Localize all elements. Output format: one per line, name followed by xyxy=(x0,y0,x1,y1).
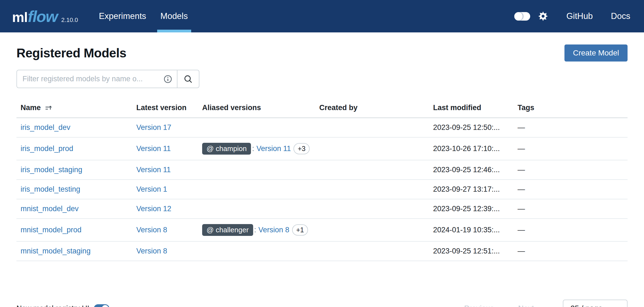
column-header-latest-version: Latest version xyxy=(132,100,198,118)
tags-cell: — xyxy=(513,118,628,137)
latest-version-link[interactable]: Version 11 xyxy=(136,166,171,174)
latest-version-link[interactable]: Version 8 xyxy=(136,247,167,255)
model-filter-input[interactable] xyxy=(22,75,160,83)
previous-page-button[interactable]: ‹ Previous xyxy=(457,304,494,307)
tags-cell: — xyxy=(513,242,628,261)
tab-models-label: Models xyxy=(160,11,188,21)
table-row: iris_model_staging Version 11 2023-09-25… xyxy=(16,160,628,180)
chevron-down-icon xyxy=(614,305,621,307)
search-button[interactable] xyxy=(177,70,199,88)
page-title: Registered Models xyxy=(16,46,126,60)
tags-cell: — xyxy=(513,138,628,160)
toggle-knob xyxy=(102,305,109,307)
gear-icon[interactable] xyxy=(538,11,548,21)
model-name-link[interactable]: iris_model_staging xyxy=(21,166,82,174)
aliased-versions-cell xyxy=(198,199,315,218)
chevron-right-icon: › xyxy=(538,304,541,307)
aliased-versions-cell xyxy=(198,180,315,199)
last-modified-cell: 2023-09-25 12:51:... xyxy=(429,242,513,261)
aliased-versions-cell xyxy=(198,118,315,137)
search-icon xyxy=(183,74,193,84)
info-icon[interactable] xyxy=(163,74,173,84)
column-header-aliased-versions: Aliased versions xyxy=(198,100,315,118)
registry-toggle-wrap: New model registry UI xyxy=(16,304,109,307)
last-modified-cell: 2023-09-25 12:46:... xyxy=(429,160,513,179)
model-name-link[interactable]: mnist_model_prod xyxy=(21,226,81,234)
created-by-cell xyxy=(315,118,429,137)
tab-experiments[interactable]: Experiments xyxy=(92,0,153,32)
table-header: Name Latest version Aliased versions xyxy=(16,100,628,118)
main-content: Registered Models Create Model xyxy=(0,44,644,307)
new-model-registry-toggle[interactable] xyxy=(94,304,109,307)
last-modified-cell: 2023-09-25 12:39:... xyxy=(429,199,513,218)
column-header-last-modified: Last modified xyxy=(429,100,513,118)
column-header-name[interactable]: Name xyxy=(16,100,132,118)
table-row: mnist_model_staging Version 8 2023-09-25… xyxy=(16,242,628,261)
aliased-versions-cell: @ champion : Version 11 +3 xyxy=(198,138,315,160)
previous-label: Previous xyxy=(464,304,494,307)
latest-version-link[interactable]: Version 12 xyxy=(136,205,171,213)
logo-flow-text: flow xyxy=(28,7,57,26)
model-filter-search-group xyxy=(16,70,199,88)
nav-link-github[interactable]: GitHub xyxy=(566,11,593,21)
aliased-versions-cell: @ challenger : Version 8 +1 xyxy=(198,219,315,241)
footer-row: New model registry UI ‹ Previous Next › … xyxy=(16,300,628,307)
alias-colon: : xyxy=(254,226,256,234)
model-name-link[interactable]: mnist_model_dev xyxy=(21,205,79,213)
search-input-wrap xyxy=(17,70,177,88)
create-model-button[interactable]: Create Model xyxy=(564,44,628,62)
table-row: iris_model_prod Version 11 @ champion : … xyxy=(16,138,628,160)
title-row: Registered Models Create Model xyxy=(16,44,628,62)
alias-version-link[interactable]: Version 8 xyxy=(258,226,289,234)
logo-version: 2.10.0 xyxy=(61,16,78,24)
theme-toggle-knob xyxy=(514,12,523,21)
logo-ml-text: ml xyxy=(12,9,27,25)
tags-cell: — xyxy=(513,219,628,241)
tab-models[interactable]: Models xyxy=(153,0,195,32)
created-by-cell xyxy=(315,242,429,261)
alias-version-link[interactable]: Version 11 xyxy=(256,144,291,153)
nav-link-docs[interactable]: Docs xyxy=(611,11,630,21)
mlflow-logo[interactable]: mlflow 2.10.0 xyxy=(12,7,78,26)
search-row xyxy=(16,70,628,88)
model-name-link[interactable]: mnist_model_staging xyxy=(21,247,91,255)
alias-tag[interactable]: @ challenger xyxy=(202,224,253,236)
page-size-select[interactable]: 25 / page xyxy=(563,300,628,307)
latest-version-link[interactable]: Version 17 xyxy=(136,123,171,132)
alias-more-badge[interactable]: +3 xyxy=(293,143,310,154)
next-page-button[interactable]: Next › xyxy=(518,304,541,307)
alias-more-badge[interactable]: +1 xyxy=(292,224,308,236)
theme-toggle[interactable] xyxy=(514,12,530,21)
chevron-left-icon: ‹ xyxy=(457,304,460,307)
model-name-link[interactable]: iris_model_testing xyxy=(21,185,80,194)
created-by-cell xyxy=(315,199,429,218)
model-name-link[interactable]: iris_model_dev xyxy=(21,123,70,132)
sort-ascending-icon xyxy=(44,104,52,112)
last-modified-cell: 2023-10-26 17:10:... xyxy=(429,138,513,160)
page-size-value: 25 / page xyxy=(570,304,603,307)
last-modified-cell: 2023-09-27 13:17:... xyxy=(429,180,513,199)
aliased-versions-cell xyxy=(198,160,315,179)
top-navbar: mlflow 2.10.0 Experiments Models xyxy=(0,0,644,32)
next-label: Next xyxy=(518,304,534,307)
latest-version-link[interactable]: Version 11 xyxy=(136,144,171,153)
table-row: iris_model_testing Version 1 2023-09-27 … xyxy=(16,180,628,199)
pagination: ‹ Previous Next › 25 / page xyxy=(457,300,628,307)
last-modified-cell: 2024-01-19 10:35:... xyxy=(429,219,513,241)
created-by-cell xyxy=(315,219,429,241)
tags-cell: — xyxy=(513,199,628,218)
tags-cell: — xyxy=(513,180,628,199)
latest-version-link[interactable]: Version 8 xyxy=(136,226,167,234)
latest-version-link[interactable]: Version 1 xyxy=(136,185,167,194)
model-name-link[interactable]: iris_model_prod xyxy=(21,144,73,153)
tags-cell: — xyxy=(513,160,628,179)
tab-experiments-label: Experiments xyxy=(99,11,146,21)
navbar-right: GitHub Docs xyxy=(514,11,630,21)
last-modified-cell: 2023-09-25 12:50:... xyxy=(429,118,513,137)
created-by-cell xyxy=(315,160,429,179)
table-row: mnist_model_dev Version 12 2023-09-25 12… xyxy=(16,199,628,219)
alias-tag[interactable]: @ champion xyxy=(202,143,251,155)
alias-colon: : xyxy=(252,144,254,153)
table-row: iris_model_dev Version 17 2023-09-25 12:… xyxy=(16,118,628,138)
aliased-versions-cell xyxy=(198,242,315,261)
